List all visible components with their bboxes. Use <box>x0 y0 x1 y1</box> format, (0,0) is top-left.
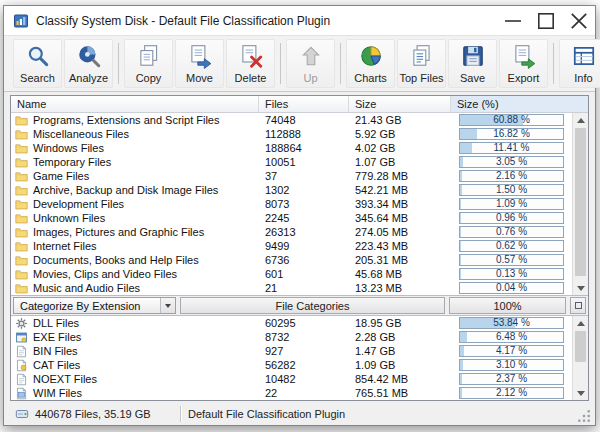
cell-size: 779.28 MB <box>349 170 451 182</box>
cell-size-percent: 4.17 % <box>451 345 572 357</box>
zoom-level-button[interactable]: 100% <box>449 297 566 314</box>
table-row[interactable]: WIM Files22765.51 MB2.12 % <box>11 386 572 400</box>
table-row[interactable]: Windows Files1888644.02 GB11.41 % <box>11 141 572 155</box>
copy-button[interactable]: Copy <box>124 39 173 88</box>
cell-size-percent: 0.57 % <box>451 254 572 266</box>
maximize-button[interactable] <box>529 6 562 35</box>
cell-size-percent: 2.37 % <box>451 373 572 385</box>
size-percent-bar: 6.48 % <box>459 331 564 343</box>
table-row[interactable]: Programs, Extensions and Script Files740… <box>11 113 572 127</box>
charts-button[interactable]: Charts <box>346 39 395 88</box>
scrollbar-track[interactable] <box>573 127 588 281</box>
scrollbar-track[interactable] <box>573 330 588 386</box>
table-row[interactable]: Game Files37779.28 MB2.16 % <box>11 169 572 183</box>
percent-label: 60.88 % <box>460 115 563 125</box>
disk-icon <box>15 407 29 421</box>
cell-name: Internet Files <box>11 240 259 253</box>
cell-files: 8073 <box>259 198 349 210</box>
size-percent-bar: 53.84 % <box>459 317 564 329</box>
cell-name: EXE Files <box>11 331 259 344</box>
table-row[interactable]: BIN Files9271.47 GB4.17 % <box>11 344 572 358</box>
folder-icon <box>15 226 28 239</box>
row-label: WIM Files <box>33 387 82 399</box>
up-button[interactable]: Up <box>286 39 335 88</box>
percent-label: 0.57 % <box>460 255 563 265</box>
info-button[interactable]: Info <box>559 39 600 88</box>
table-row[interactable]: Music and Audio Files2113.23 MB0.04 % <box>11 281 572 295</box>
resize-grip[interactable] <box>577 409 591 423</box>
table-row[interactable]: Temporary Files100511.07 GB3.05 % <box>11 155 572 169</box>
exe-icon <box>15 331 28 344</box>
table-row[interactable]: Archive, Backup and Disk Image Files1302… <box>11 183 572 197</box>
cell-files: 56282 <box>259 359 349 371</box>
header-name[interactable]: Name <box>11 96 259 112</box>
size-percent-bar: 3.05 % <box>459 156 564 168</box>
table-row[interactable]: DLL Files6029518.95 GB53.84 % <box>11 316 572 330</box>
triangle-up-icon <box>577 118 585 123</box>
table-row[interactable]: NOEXT Files10482854.42 MB2.37 % <box>11 372 572 386</box>
analyze-icon <box>76 43 102 69</box>
table-row[interactable]: EXE Files87322.28 GB6.48 % <box>11 330 572 344</box>
file-categories-button[interactable]: File Categories <box>180 297 445 314</box>
row-label: Miscellaneous Files <box>33 128 129 140</box>
scrollbar-thumb[interactable] <box>575 128 586 276</box>
cell-files: 1302 <box>259 184 349 196</box>
row-label: Internet Files <box>33 240 97 252</box>
table-row[interactable]: Development Files8073393.34 MB1.09 % <box>11 197 572 211</box>
toolbar-separator <box>118 43 119 84</box>
scrollbar-thumb[interactable] <box>575 331 586 362</box>
cell-size-percent: 3.05 % <box>451 156 572 168</box>
table-row[interactable]: Movies, Clips and Video Files60145.68 MB… <box>11 267 572 281</box>
extension-table: DLL Files6029518.95 GB53.84 %EXE Files87… <box>11 316 572 400</box>
toolbar-separator <box>280 43 281 84</box>
cell-size: 854.42 MB <box>349 373 451 385</box>
close-button[interactable] <box>562 6 595 35</box>
delete-button[interactable]: Delete <box>226 39 275 88</box>
table-row[interactable]: CAT Files562821.09 GB3.10 % <box>11 358 572 372</box>
toolbar-button-label: Top Files <box>399 72 443 84</box>
header-size[interactable]: Size <box>349 96 451 112</box>
cell-size: 393.34 MB <box>349 198 451 210</box>
percent-label: 2.16 % <box>460 171 563 181</box>
top-files-button[interactable]: Top Files <box>397 39 446 88</box>
table-row[interactable]: Images, Pictures and Graphic Files263132… <box>11 225 572 239</box>
scroll-down-button[interactable] <box>573 386 588 400</box>
toolbar-group: CopyMoveDelete <box>114 38 276 89</box>
status-summary: 440678 Files, 35.19 GB <box>8 405 180 423</box>
size-percent-bar: 3.10 % <box>459 359 564 371</box>
scroll-up-button[interactable] <box>573 113 588 127</box>
cell-name: DLL Files <box>11 317 259 330</box>
cell-files: 112888 <box>259 128 349 140</box>
panel-options-button[interactable] <box>570 297 586 314</box>
minimize-button[interactable] <box>496 6 529 35</box>
category-table: Programs, Extensions and Script Files740… <box>11 113 572 295</box>
scroll-down-button[interactable] <box>573 281 588 295</box>
table-row[interactable]: Miscellaneous Files1128885.92 GB16.82 % <box>11 127 572 141</box>
header-files[interactable]: Files <box>259 96 349 112</box>
export-button[interactable]: Export <box>499 39 548 88</box>
table-row[interactable]: Documents, Books and Help Files6736205.3… <box>11 253 572 267</box>
search-button[interactable]: Search <box>13 39 62 88</box>
table-row[interactable]: Unknown Files2245345.64 MB0.96 % <box>11 211 572 225</box>
cell-size: 2.28 GB <box>349 331 451 343</box>
move-button[interactable]: Move <box>175 39 224 88</box>
cell-size-percent: 16.82 % <box>451 128 572 140</box>
row-label: Images, Pictures and Graphic Files <box>33 226 204 238</box>
row-label: Temporary Files <box>33 156 111 168</box>
save-button[interactable]: Save <box>448 39 497 88</box>
row-label: Development Files <box>33 198 124 210</box>
wim-icon <box>15 387 28 400</box>
table-row[interactable]: Internet Files9499223.43 MB0.62 % <box>11 239 572 253</box>
toolbar-button-label: Up <box>303 72 317 84</box>
categorize-mode-dropdown[interactable]: Categorize By Extension <box>13 297 176 314</box>
cell-name: Documents, Books and Help Files <box>11 254 259 267</box>
row-label: Music and Audio Files <box>33 282 140 294</box>
category-bar: Categorize By Extension File Categories … <box>11 295 588 316</box>
analyze-button[interactable]: Analyze <box>64 39 113 88</box>
cell-files: 927 <box>259 345 349 357</box>
cell-size-percent: 1.50 % <box>451 184 572 196</box>
scroll-up-button[interactable] <box>573 316 588 330</box>
toolbar-button-label: Export <box>508 72 540 84</box>
header-size-percent[interactable]: Size (%) <box>451 96 588 112</box>
cell-files: 6736 <box>259 254 349 266</box>
